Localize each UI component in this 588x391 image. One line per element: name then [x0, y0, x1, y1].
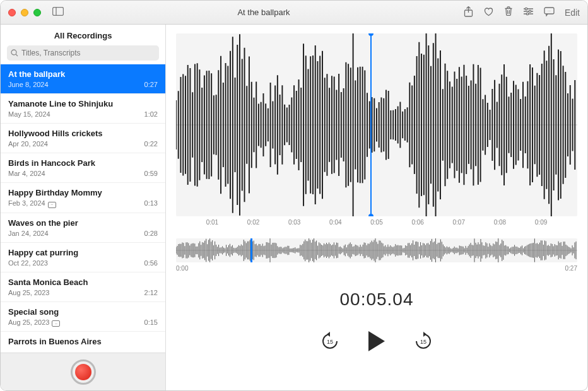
list-item[interactable]: Hollywood Hills cricketsApr 20, 20240:22: [1, 124, 165, 153]
tick-label: 0:01: [206, 219, 218, 226]
recording-meta: Oct 22, 20230:56: [8, 259, 158, 267]
list-item[interactable]: Yamanote Line to ShinjukuMay 15, 20241:0…: [1, 94, 165, 124]
playback-controls: 15 15: [176, 331, 577, 351]
sidebar-title: All Recordings: [1, 25, 165, 45]
list-item[interactable]: At the ballparkJune 8, 20240:27: [1, 64, 165, 94]
share-icon[interactable]: [464, 6, 473, 19]
recording-duration: 0:13: [144, 199, 158, 207]
tick-label: 0:02: [247, 219, 259, 226]
record-icon: [75, 364, 91, 380]
time-ruler: 0:010:020:030:040:050:060:070:080:09: [176, 219, 577, 226]
app-window: At the ballpark ··· Edit All Recordings …: [0, 0, 588, 391]
list-item[interactable]: Waves on the pierJan 24, 20240:28: [1, 213, 165, 243]
recording-name: At the ballpark: [8, 69, 158, 79]
search-box[interactable]: [7, 45, 159, 61]
window-controls: [8, 9, 41, 16]
close-window-button[interactable]: [8, 9, 16, 16]
search-icon: [11, 49, 18, 57]
recordings-list: At the ballparkJune 8, 20240:27Yamanote …: [1, 64, 165, 353]
recording-duration: 0:56: [144, 259, 158, 267]
tick-label: 0:08: [494, 219, 506, 226]
tick-label: 0:06: [411, 219, 423, 226]
recording-date: June 8, 2024: [8, 81, 49, 88]
window-title: At the ballpark: [64, 8, 464, 17]
titlebar: At the ballpark ··· Edit: [1, 1, 587, 25]
svg-point-10: [526, 13, 528, 15]
svg-text:15: 15: [420, 339, 426, 345]
svg-text:15: 15: [327, 339, 333, 345]
transcript-icon[interactable]: ···: [544, 7, 555, 18]
detail-pane: 0:010:020:030:040:050:060:070:080:09 0:0…: [166, 25, 587, 390]
list-item[interactable]: Birds in Hancock ParkMar 4, 20240:59: [1, 153, 165, 183]
svg-text:···: ···: [548, 9, 551, 13]
playhead[interactable]: [370, 33, 372, 216]
list-item[interactable]: Happy cat purringOct 22, 20230:56: [1, 243, 165, 272]
overview-playhead[interactable]: [250, 238, 252, 262]
skip-forward-15-button[interactable]: 15: [414, 332, 433, 351]
skip-back-15-button[interactable]: 15: [320, 332, 339, 351]
recording-name: Special song: [8, 307, 158, 317]
tick-label: 0:09: [535, 219, 547, 226]
favorite-icon[interactable]: [483, 7, 494, 18]
app-body: All Recordings At the ballparkJune 8, 20…: [1, 25, 587, 390]
overview-start: 0:00: [176, 265, 188, 272]
list-item[interactable]: Happy Birthday MommyFeb 3, 2024··0:13: [1, 183, 165, 213]
recording-meta: Apr 20, 20240:22: [8, 140, 158, 148]
recording-duration: 0:22: [144, 140, 158, 148]
recording-duration: 0:15: [144, 318, 158, 326]
edit-button[interactable]: Edit: [565, 8, 580, 18]
recording-name: Happy cat purring: [8, 248, 158, 257]
list-item[interactable]: Special songAug 25, 2023··0:15: [1, 302, 165, 332]
svg-point-8: [525, 8, 527, 9]
timecode-display: 00:05.04: [176, 289, 577, 310]
recording-date: Apr 20, 2024: [8, 140, 48, 148]
recording-meta: Aug 25, 20232:12: [8, 289, 158, 296]
recording-meta: June 8, 20240:27: [8, 81, 158, 88]
recording-name: Hollywood Hills crickets: [8, 129, 158, 138]
recording-duration: 0:59: [144, 170, 158, 177]
tick-label: 0:05: [370, 219, 382, 226]
recording-name: Yamanote Line to Shinjuku: [8, 99, 158, 108]
recording-date: Aug 25, 2023: [8, 289, 49, 296]
recording-name: Happy Birthday Mommy: [8, 188, 158, 197]
minimize-window-button[interactable]: [21, 9, 28, 16]
recording-date: Aug 25, 2023··: [8, 318, 60, 327]
recording-date: Jan 24, 2024: [8, 230, 49, 237]
zoom-window-button[interactable]: [33, 9, 41, 16]
svg-rect-0: [53, 7, 64, 15]
waveform-overview[interactable]: [176, 238, 577, 262]
tick-label: 0:03: [288, 219, 300, 226]
transcript-badge-icon: ··: [48, 202, 56, 208]
recording-meta: Aug 25, 2023··0:15: [8, 318, 158, 327]
recording-duration: 0:28: [144, 230, 158, 237]
recording-name: Parrots in Buenos Aires: [8, 337, 158, 346]
sidebar-toggle-icon[interactable]: [52, 7, 64, 18]
recording-duration: 1:02: [144, 110, 158, 118]
toolbar-right: ··· Edit: [464, 6, 580, 19]
tick-label: 0:04: [329, 219, 341, 226]
recording-name: Birds in Hancock Park: [8, 158, 158, 168]
record-bar: [1, 353, 165, 390]
list-item[interactable]: Parrots in Buenos Aires: [1, 332, 165, 353]
waveform-zoomed[interactable]: [176, 33, 577, 216]
settings-sliders-icon[interactable]: [523, 7, 534, 18]
sidebar: All Recordings At the ballparkJune 8, 20…: [1, 25, 166, 390]
svg-line-14: [16, 54, 18, 56]
search-input[interactable]: [21, 49, 155, 57]
recording-meta: Feb 3, 2024··0:13: [8, 199, 158, 207]
svg-point-9: [529, 10, 531, 12]
transcript-badge-icon: ··: [52, 320, 60, 327]
waveform-overview-container: 0:00 0:27: [176, 238, 577, 272]
overview-end: 0:27: [565, 265, 577, 272]
svg-point-13: [11, 50, 16, 55]
play-button[interactable]: [368, 331, 385, 351]
record-button[interactable]: [71, 359, 96, 385]
list-item[interactable]: Santa Monica BeachAug 25, 20232:12: [1, 272, 165, 302]
recording-meta: May 15, 20241:02: [8, 110, 158, 118]
trash-icon[interactable]: [504, 6, 513, 18]
recording-date: Feb 3, 2024··: [8, 199, 56, 207]
recording-name: Santa Monica Beach: [8, 277, 158, 287]
recording-date: May 15, 2024: [8, 110, 50, 118]
recording-meta: Jan 24, 20240:28: [8, 230, 158, 237]
overview-range: 0:00 0:27: [176, 265, 577, 272]
